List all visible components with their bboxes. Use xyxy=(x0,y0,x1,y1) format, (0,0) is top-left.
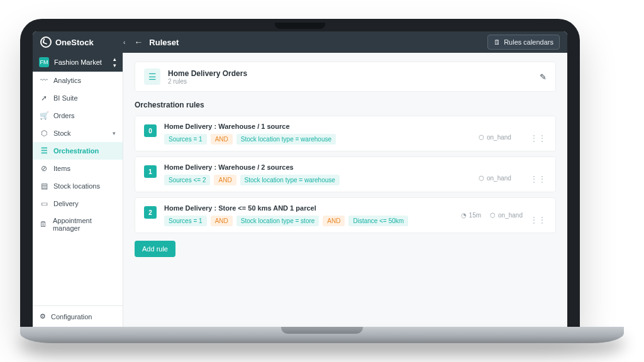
rule-tag-text: 15m xyxy=(469,212,481,219)
rule-tag-text: on_hand xyxy=(487,134,511,141)
sidebar-item-label: BI Suite xyxy=(53,94,78,102)
sidebar-item-label: Analytics xyxy=(53,77,81,84)
edit-icon[interactable]: ✎ xyxy=(540,72,547,82)
clock-icon: ◔ xyxy=(461,212,467,219)
drag-handle-icon[interactable]: ⋮⋮ xyxy=(530,134,547,143)
rule-card[interactable]: 0 Home Delivery : Warehouse / 1 source S… xyxy=(135,116,556,151)
rule-title: Home Delivery : Store <= 50 kms AND 1 pa… xyxy=(164,204,453,212)
rule-title: Home Delivery : Warehouse / 2 sources xyxy=(164,163,471,171)
topbar: OneStock ‹ ← Ruleset 🗓 Rules calendars xyxy=(33,31,567,53)
sidebar-item-label: Delivery xyxy=(53,200,79,207)
rules-calendars-button[interactable]: 🗓 Rules calendars xyxy=(487,35,560,50)
workspace-switcher[interactable]: FM Fashion Market ▴▾ xyxy=(33,53,123,72)
brand: OneStock xyxy=(40,36,114,48)
rule-tag: ⬡ on_hand xyxy=(479,134,523,141)
workspace-name: Fashion Market xyxy=(54,58,102,66)
sidebar: FM Fashion Market ▴▾ 〰 Analytics ➚ BI Su… xyxy=(33,53,123,327)
calendar-icon: 🗓 xyxy=(40,220,48,229)
rule-chip-and: AND xyxy=(211,134,233,145)
rule-tag-text: on_hand xyxy=(498,212,523,219)
sidebar-item-bi-suite[interactable]: ➚ BI Suite xyxy=(33,89,123,107)
truck-icon: ▭ xyxy=(40,199,48,208)
sidebar-item-appointment-manager[interactable]: 🗓 Appointment manager xyxy=(33,212,123,236)
rule-chip-and: AND xyxy=(211,216,233,226)
rule-card[interactable]: 2 Home Delivery : Store <= 50 kms AND 1 … xyxy=(135,197,556,233)
nav-list: 〰 Analytics ➚ BI Suite 🛒 Orders ⬡ xyxy=(33,72,123,305)
calendar-icon: 🗓 xyxy=(494,38,501,46)
cart-icon: 🛒 xyxy=(40,111,48,120)
chevron-down-icon: ▾ xyxy=(113,130,116,136)
chart-icon: 〰 xyxy=(40,76,48,85)
rule-tag-text: on_hand xyxy=(487,175,511,182)
sidebar-item-stock-locations[interactable]: ▤ Stock locations xyxy=(33,177,123,195)
rule-chip: Sources = 1 xyxy=(164,134,207,145)
sliders-icon: ⚙ xyxy=(40,312,46,321)
back-arrow-icon[interactable]: ← xyxy=(134,37,143,47)
rule-tag: ◔ 15m ⬡ on_hand xyxy=(461,212,523,219)
rule-tag: ⬡ on_hand xyxy=(479,175,523,182)
rule-index-badge: 0 xyxy=(144,124,157,137)
cube-icon: ⬡ xyxy=(479,134,484,141)
sidebar-collapse-icon[interactable]: ‹ xyxy=(121,36,128,48)
sidebar-item-orders[interactable]: 🛒 Orders xyxy=(33,107,123,124)
rule-chip: Sources = 1 xyxy=(164,216,207,226)
ruleset-header-card: ☰ Home Delivery Orders 2 rules ✎ xyxy=(135,62,556,92)
main-content: ☰ Home Delivery Orders 2 rules ✎ Orchest… xyxy=(123,53,567,327)
ruleset-subtitle: 2 rules xyxy=(168,78,247,85)
list-icon: ☰ xyxy=(40,146,48,155)
rule-card[interactable]: 1 Home Delivery : Warehouse / 2 sources … xyxy=(135,156,556,192)
rule-index-badge: 2 xyxy=(144,206,157,219)
section-title: Orchestration rules xyxy=(135,101,556,109)
sidebar-item-label: Stock locations xyxy=(53,182,100,190)
sidebar-item-analytics[interactable]: 〰 Analytics xyxy=(33,72,123,89)
sidebar-item-configuration[interactable]: ⚙ Configuration xyxy=(33,305,123,327)
sidebar-item-label: Items xyxy=(53,165,70,172)
list-icon: ☰ xyxy=(144,69,160,85)
rule-chip: Stock location type = store xyxy=(236,216,319,226)
rule-title: Home Delivery : Warehouse / 1 source xyxy=(164,123,471,130)
cube-icon: ⬡ xyxy=(40,129,48,138)
sidebar-item-label: Orchestration xyxy=(53,147,99,155)
page-title: Ruleset xyxy=(149,38,179,47)
ruleset-title: Home Delivery Orders xyxy=(168,69,247,78)
sidebar-item-orchestration[interactable]: ☰ Orchestration xyxy=(33,142,123,160)
rules-calendars-label: Rules calendars xyxy=(504,38,553,46)
rule-chip-and: AND xyxy=(323,216,345,226)
sidebar-item-items[interactable]: ⊘ Items xyxy=(33,160,123,177)
updown-icon: ▴▾ xyxy=(113,57,116,69)
rule-chip: Stock location type = warehouse xyxy=(240,175,340,185)
rule-chip: Distance <= 50km xyxy=(348,216,408,226)
cube-icon: ⬡ xyxy=(490,212,496,219)
rule-index-badge: 1 xyxy=(144,165,157,178)
add-rule-button[interactable]: Add rule xyxy=(135,241,175,257)
sidebar-item-stock[interactable]: ⬡ Stock ▾ xyxy=(33,124,123,142)
rule-chip: Stock location type = warehouse xyxy=(236,134,336,145)
drag-handle-icon[interactable]: ⋮⋮ xyxy=(530,216,547,224)
drag-handle-icon[interactable]: ⋮⋮ xyxy=(530,175,547,184)
trend-icon: ➚ xyxy=(40,94,48,102)
rule-chip-and: AND xyxy=(214,175,236,185)
tag-icon: ⊘ xyxy=(40,164,48,173)
brand-logo-icon xyxy=(40,36,52,48)
sidebar-item-label: Stock xyxy=(53,129,71,137)
sidebar-item-label: Configuration xyxy=(51,313,92,321)
rule-chip: Sources <= 2 xyxy=(164,175,210,185)
workspace-badge: FM xyxy=(39,57,49,67)
cube-icon: ⬡ xyxy=(479,175,484,182)
sidebar-item-delivery[interactable]: ▭ Delivery xyxy=(33,195,123,212)
sidebar-item-label: Orders xyxy=(53,112,75,119)
brand-name: OneStock xyxy=(55,38,94,47)
store-icon: ▤ xyxy=(40,182,48,190)
sidebar-item-label: Appointment manager xyxy=(53,217,116,232)
